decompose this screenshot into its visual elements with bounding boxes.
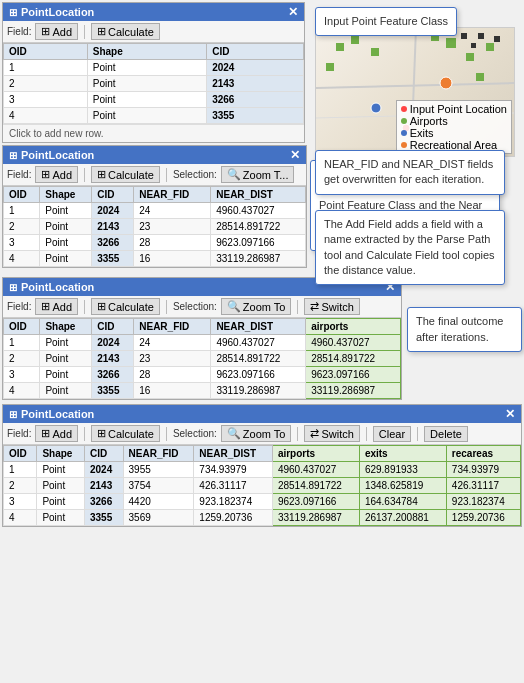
p4-col-recareas: recareas [446, 446, 520, 462]
grid-icon2: ⊞ [9, 150, 17, 161]
p3-col-shape: Shape [40, 319, 92, 335]
calc-icon3: ⊞ [97, 300, 106, 313]
table-row: 4Point33551633119.28698733119.286987 [4, 383, 401, 399]
zoom-icon2: 🔍 [227, 168, 241, 181]
panel4: ⊞ PointLocation ✕ Field: ⊞ Add ⊞ Calcula… [2, 404, 522, 527]
panel4-add-btn[interactable]: ⊞ Add [35, 425, 78, 442]
panel2-toolbar: Field: ⊞ Add ⊞ Calculate Selection: 🔍 Zo [3, 164, 306, 186]
panel4-calculate-btn[interactable]: ⊞ Calculate [91, 425, 160, 442]
table-row: 3Point3266289623.097166 [4, 235, 306, 251]
table-row: 4Point3355 [4, 108, 304, 124]
panel2-calculate-btn[interactable]: ⊞ Calculate [91, 166, 160, 183]
panel4-table: OID Shape CID NEAR_FID NEAR_DIST airport… [3, 445, 521, 526]
p3-col-cid: CID [92, 319, 134, 335]
add-field-tooltip: The Add Field adds a field with a name e… [315, 210, 505, 286]
panel1-title: ⊞ PointLocation ✕ [3, 3, 304, 21]
p4-col-oid: OID [4, 446, 37, 462]
svg-point-16 [440, 77, 452, 89]
svg-rect-9 [486, 43, 494, 51]
panel2: ⊞ PointLocation ✕ Field: ⊞ Add ⊞ Calcula… [2, 145, 307, 268]
panel3-table-container: OID Shape CID NEAR_FID NEAR_DIST airport… [3, 318, 401, 399]
table-row: 2Point21432328514.89172228514.891722 [4, 351, 401, 367]
zoom-icon4: 🔍 [227, 427, 241, 440]
p2-col-nearfid: NEAR_FID [134, 187, 211, 203]
table-row: 1Point20243955734.939794960.437027629.89… [4, 462, 521, 478]
map-background: Input Point Location Airports Exits Recr… [316, 28, 514, 156]
add-icon2: ⊞ [41, 168, 50, 181]
svg-rect-12 [461, 33, 467, 39]
panel1-toolbar: Field: ⊞ Add ⊞ Calculate [3, 21, 304, 43]
zoom-icon3: 🔍 [227, 300, 241, 313]
panel3-table: OID Shape CID NEAR_FID NEAR_DIST airport… [3, 318, 401, 399]
input-feature-tooltip: Input Point Feature Class [315, 7, 457, 36]
table-row: 3Point3266 [4, 92, 304, 108]
col-oid: OID [4, 44, 88, 60]
panel2-zoom-btn[interactable]: 🔍 Zoom T... [221, 166, 295, 183]
panel1-add-btn[interactable]: ⊞ Add [35, 23, 78, 40]
p4-col-shape: Shape [37, 446, 85, 462]
panel3-add-btn[interactable]: ⊞ Add [35, 298, 78, 315]
col-cid: CID [207, 44, 304, 60]
table-row: 3Point32664420923.1823749623.097166164.6… [4, 494, 521, 510]
sep [84, 25, 85, 39]
panel2-close[interactable]: ✕ [290, 148, 300, 162]
panel2-table: OID Shape CID NEAR_FID NEAR_DIST 1Point2… [3, 186, 306, 267]
table-row: 3Point3266289623.0971669623.097166 [4, 367, 401, 383]
table-row: 1Point2024 [4, 60, 304, 76]
grid-icon3: ⊞ [9, 282, 17, 293]
selection-label2: Selection: [173, 169, 217, 180]
table-row: 4Point33551633119.286987 [4, 251, 306, 267]
panel3-calculate-btn[interactable]: ⊞ Calculate [91, 298, 160, 315]
svg-rect-11 [476, 73, 484, 81]
panel1-table: OID Shape CID 1Point20242Point21433Point… [3, 43, 304, 124]
grid-icon4: ⊞ [9, 409, 17, 420]
table-row: 1Point2024244960.4370274960.437027 [4, 335, 401, 351]
svg-point-17 [371, 103, 381, 113]
overwrite-tooltip: NEAR_FID and NEAR_DIST fields get overwr… [315, 150, 505, 195]
field-label: Field: [7, 26, 31, 37]
col-shape: Shape [87, 44, 206, 60]
p3-col-nearfid: NEAR_FID [134, 319, 211, 335]
panel4-table-container: OID Shape CID NEAR_FID NEAR_DIST airport… [3, 445, 521, 526]
table-row: 2Point21433754426.3111728514.8917221348.… [4, 478, 521, 494]
add-icon: ⊞ [41, 25, 50, 38]
panel2-table-container: OID Shape CID NEAR_FID NEAR_DIST 1Point2… [3, 186, 306, 267]
panel2-title: ⊞ PointLocation ✕ [3, 146, 306, 164]
table-row: 2Point21432328514.891722 [4, 219, 306, 235]
panel4-delete-btn[interactable]: Delete [424, 426, 468, 442]
panel2-add-btn[interactable]: ⊞ Add [35, 166, 78, 183]
svg-rect-14 [494, 36, 500, 42]
panel4-zoom-btn[interactable]: 🔍 Zoom To [221, 425, 292, 442]
svg-line-0 [316, 83, 515, 88]
panel1-table-container: OID Shape CID 1Point20242Point21433Point… [3, 43, 304, 124]
calc-icon4: ⊞ [97, 427, 106, 440]
p3-col-neardist: NEAR_DIST [211, 319, 306, 335]
panel1-calculate-btn[interactable]: ⊞ Calculate [91, 23, 160, 40]
svg-rect-13 [478, 33, 484, 39]
panel4-close[interactable]: ✕ [505, 407, 515, 421]
p2-col-oid: OID [4, 187, 40, 203]
final-tooltip: The final outcome after iterations. [407, 307, 522, 352]
p3-col-airports: airports [306, 319, 401, 335]
calc-icon2: ⊞ [97, 168, 106, 181]
svg-rect-8 [466, 53, 474, 61]
panel3-zoom-btn[interactable]: 🔍 Zoom To [221, 298, 292, 315]
panel4-toolbar: Field: ⊞ Add ⊞ Calculate Selection: 🔍 Zo… [3, 423, 521, 445]
map-area: Input Point Location Airports Exits Recr… [315, 27, 515, 157]
table-row: 2Point2143 [4, 76, 304, 92]
switch-icon3: ⇄ [310, 300, 319, 313]
panel1-close[interactable]: ✕ [288, 5, 298, 19]
svg-rect-5 [371, 48, 379, 56]
grid-icon: ⊞ [9, 7, 17, 18]
panel1-add-row[interactable]: Click to add new row. [3, 124, 304, 142]
table-row: 1Point2024244960.437027 [4, 203, 306, 219]
p4-col-exits: exits [359, 446, 446, 462]
panel4-switch-btn[interactable]: ⇄ Switch [304, 425, 359, 442]
panel4-clear-btn[interactable]: Clear [373, 426, 411, 442]
panel4-title: ⊞ PointLocation ✕ [3, 405, 521, 423]
svg-rect-15 [471, 43, 476, 48]
calculate-icon: ⊞ [97, 25, 106, 38]
switch-icon4: ⇄ [310, 427, 319, 440]
svg-rect-3 [336, 43, 344, 51]
panel3-switch-btn[interactable]: ⇄ Switch [304, 298, 359, 315]
